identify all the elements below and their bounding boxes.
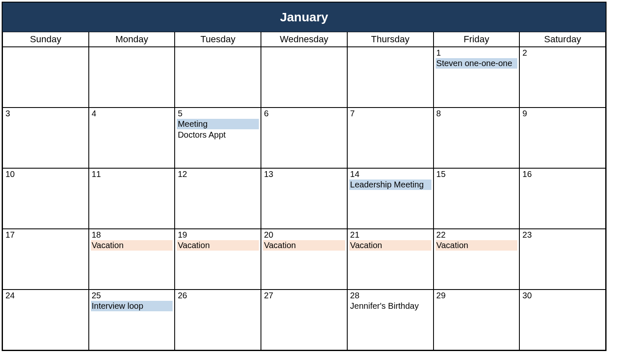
day-cell[interactable]: 25 Interview loop [89, 290, 175, 350]
month-title: January [3, 3, 606, 32]
day-cell[interactable]: 22 Vacation [434, 229, 520, 290]
day-number: 22 [436, 230, 518, 240]
calendar-event[interactable]: Steven one-one-one [436, 58, 518, 69]
day-cell[interactable]: 6 [261, 108, 347, 168]
day-cell[interactable]: 20 Vacation [261, 229, 347, 290]
day-cell[interactable]: 26 [175, 290, 261, 350]
calendar-event[interactable]: Vacation [91, 240, 173, 251]
day-number: 8 [436, 109, 518, 118]
day-cell[interactable]: 27 [261, 290, 347, 350]
calendar-event[interactable]: Leadership Meeting [349, 179, 431, 190]
week-row: 1 Steven one-one-one 2 [3, 47, 606, 108]
day-number: 2 [521, 48, 604, 58]
day-header-tuesday: Tuesday [175, 32, 261, 47]
day-number: 21 [349, 230, 431, 240]
day-number: 13 [263, 169, 345, 179]
day-cell[interactable]: 15 [434, 168, 520, 229]
day-headers-row: Sunday Monday Tuesday Wednesday Thursday… [3, 32, 606, 47]
day-cell[interactable] [347, 47, 434, 108]
day-cell[interactable] [175, 47, 261, 108]
day-cell[interactable]: 11 [89, 168, 175, 229]
day-number: 15 [436, 169, 518, 179]
calendar: January Sunday Monday Tuesday Wednesday … [2, 2, 607, 351]
day-cell[interactable]: 4 [89, 108, 175, 168]
day-cell[interactable] [89, 47, 175, 108]
day-number: 19 [177, 230, 259, 240]
day-number: 30 [521, 291, 604, 300]
day-cell[interactable]: 18 Vacation [89, 229, 175, 290]
day-cell[interactable]: 2 [519, 47, 606, 108]
day-cell[interactable]: 19 Vacation [175, 229, 261, 290]
calendar-event[interactable]: Meeting [177, 119, 259, 129]
day-cell[interactable]: 23 [519, 229, 606, 290]
day-number: 26 [177, 291, 259, 300]
day-number: 18 [91, 230, 173, 240]
day-number: 5 [177, 109, 259, 118]
day-number: 6 [263, 109, 345, 118]
day-header-monday: Monday [89, 32, 175, 47]
day-header-friday: Friday [434, 32, 520, 47]
day-cell[interactable]: 5 Meeting Doctors Appt [175, 108, 261, 168]
calendar-event[interactable]: Jennifer's Birthday [349, 301, 431, 311]
day-number: 1 [436, 48, 518, 58]
day-cell[interactable]: 28 Jennifer's Birthday [347, 290, 434, 350]
day-header-thursday: Thursday [347, 32, 434, 47]
day-cell[interactable]: 12 [175, 168, 261, 229]
day-header-saturday: Saturday [519, 32, 606, 47]
week-row: 17 18 Vacation 19 Vacation 20 Vacation 2… [3, 229, 606, 290]
calendar-event[interactable]: Doctors Appt [177, 130, 259, 140]
day-cell[interactable]: 30 [519, 290, 606, 350]
day-cell[interactable] [261, 47, 347, 108]
day-number: 14 [349, 169, 431, 179]
day-cell[interactable]: 24 [3, 290, 89, 350]
day-number: 16 [521, 169, 604, 179]
day-cell[interactable]: 16 [519, 168, 606, 229]
day-cell[interactable]: 21 Vacation [347, 229, 434, 290]
day-number: 9 [521, 109, 604, 118]
day-cell[interactable] [3, 47, 89, 108]
day-cell[interactable]: 1 Steven one-one-one [434, 47, 520, 108]
day-number: 3 [5, 109, 87, 118]
calendar-event[interactable]: Interview loop [91, 301, 173, 311]
day-header-wednesday: Wednesday [261, 32, 347, 47]
week-row: 3 4 5 Meeting Doctors Appt 6 7 8 9 [3, 108, 606, 168]
day-cell[interactable]: 7 [347, 108, 434, 168]
day-number: 25 [91, 291, 173, 300]
day-cell[interactable]: 8 [434, 108, 520, 168]
calendar-event[interactable]: Vacation [263, 240, 345, 251]
day-number: 10 [5, 169, 87, 179]
day-number: 23 [521, 230, 604, 240]
calendar-event[interactable]: Vacation [436, 240, 518, 251]
day-cell[interactable]: 10 [3, 168, 89, 229]
calendar-grid: 1 Steven one-one-one 2 3 4 5 Meeting Doc… [3, 47, 606, 350]
week-row: 24 25 Interview loop 26 27 28 Jennifer's… [3, 290, 606, 350]
day-number: 12 [177, 169, 259, 179]
day-cell[interactable]: 13 [261, 168, 347, 229]
day-cell[interactable]: 17 [3, 229, 89, 290]
day-number: 24 [5, 291, 87, 300]
day-number: 11 [91, 169, 173, 179]
day-header-sunday: Sunday [3, 32, 89, 47]
day-cell[interactable]: 9 [519, 108, 606, 168]
day-number: 4 [91, 109, 173, 118]
day-cell[interactable]: 3 [3, 108, 89, 168]
day-number: 29 [436, 291, 518, 300]
day-number: 27 [263, 291, 345, 300]
day-cell[interactable]: 14 Leadership Meeting [347, 168, 434, 229]
week-row: 10 11 12 13 14 Leadership Meeting 15 16 [3, 168, 606, 229]
day-number: 7 [349, 109, 431, 118]
calendar-event[interactable]: Vacation [349, 240, 431, 251]
calendar-event[interactable]: Vacation [177, 240, 259, 251]
day-number: 20 [263, 230, 345, 240]
day-number: 17 [5, 230, 87, 240]
day-cell[interactable]: 29 [434, 290, 520, 350]
day-number: 28 [349, 291, 431, 300]
